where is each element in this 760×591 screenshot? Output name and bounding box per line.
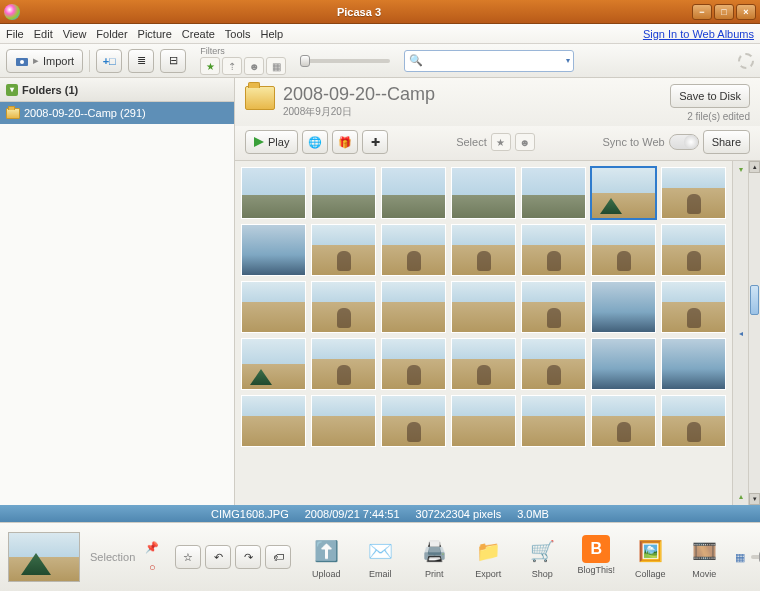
thumbnail[interactable] <box>311 224 376 276</box>
maximize-button[interactable]: □ <box>714 4 734 20</box>
search-input[interactable]: 🔍 ▾ <box>404 50 574 72</box>
menu-folder[interactable]: Folder <box>96 28 127 40</box>
app-icon <box>4 4 20 20</box>
movie-button[interactable]: 🎞️Movie <box>681 535 727 579</box>
scrollbar[interactable]: ▴ ▾ <box>748 161 760 505</box>
thumbnail[interactable] <box>521 281 586 333</box>
menu-edit[interactable]: Edit <box>34 28 53 40</box>
rotate-left-button[interactable]: ↶ <box>205 545 231 569</box>
menu-create[interactable]: Create <box>182 28 215 40</box>
status-dimensions: 3072x2304 pixels <box>416 508 502 520</box>
filter-face-icon[interactable]: ☻ <box>244 57 264 75</box>
thumbnail[interactable] <box>451 224 516 276</box>
thumbnail[interactable] <box>311 338 376 390</box>
thumbnail[interactable] <box>661 395 726 447</box>
flat-view-button[interactable]: ≣ <box>128 49 154 73</box>
share-button[interactable]: Share <box>703 130 750 154</box>
folders-header[interactable]: ▾ Folders (1) <box>0 78 234 102</box>
scroll-knob[interactable] <box>750 285 759 315</box>
thumbnail[interactable] <box>661 224 726 276</box>
thumbnail[interactable] <box>451 338 516 390</box>
thumbnail[interactable] <box>591 281 656 333</box>
add-folder-button[interactable]: +□ <box>96 49 122 73</box>
thumbnail[interactable] <box>241 338 306 390</box>
thumbnail[interactable] <box>381 281 446 333</box>
scroll-up-icon[interactable]: ▴ <box>749 161 760 173</box>
thumbnail[interactable] <box>451 395 516 447</box>
thumbnail[interactable] <box>521 338 586 390</box>
search-field[interactable] <box>423 55 569 67</box>
gift-button[interactable]: 🎁 <box>332 130 358 154</box>
status-filename: CIMG1608.JPG <box>211 508 289 520</box>
thumbnail[interactable] <box>591 224 656 276</box>
scroll-down-icon[interactable]: ▾ <box>749 493 760 505</box>
rotate-right-button[interactable]: ↷ <box>235 545 261 569</box>
tag-button[interactable]: ✚ <box>362 130 388 154</box>
close-button[interactable]: × <box>736 4 756 20</box>
thumbnail[interactable] <box>381 338 446 390</box>
filter-slider[interactable] <box>300 59 390 63</box>
thumbnail[interactable] <box>241 167 306 219</box>
geotag-button[interactable]: 🌐 <box>302 130 328 154</box>
collage-button[interactable]: 🖼️Collage <box>627 535 673 579</box>
selection-thumbnail[interactable] <box>8 532 80 582</box>
thumbnail-grid <box>235 161 732 505</box>
sync-toggle[interactable] <box>669 134 699 150</box>
import-button[interactable]: ▸ Import <box>6 49 83 73</box>
thumbnail[interactable] <box>591 395 656 447</box>
thumbnail[interactable] <box>241 281 306 333</box>
menu-file[interactable]: File <box>6 28 24 40</box>
save-to-disk-button[interactable]: Save to Disk <box>670 84 750 108</box>
zoom-slider[interactable] <box>751 555 760 559</box>
thumbnail[interactable] <box>241 395 306 447</box>
menu-view[interactable]: View <box>63 28 87 40</box>
thumbnail[interactable] <box>451 281 516 333</box>
thumbnail[interactable] <box>521 395 586 447</box>
filter-movie-icon[interactable]: ▦ <box>266 57 286 75</box>
chevron-down-icon[interactable]: ▾ <box>566 56 570 65</box>
thumbnail[interactable] <box>591 338 656 390</box>
tree-view-button[interactable]: ⊟ <box>160 49 186 73</box>
minimize-button[interactable]: − <box>692 4 712 20</box>
tag-folder-button[interactable]: 🏷 <box>265 545 291 569</box>
thumbnail[interactable] <box>311 281 376 333</box>
select-star-icon[interactable]: ★ <box>491 133 511 151</box>
upload-button[interactable]: ⬆️Upload <box>303 535 349 579</box>
star-button[interactable]: ☆ <box>175 545 201 569</box>
svg-point-1 <box>20 60 24 64</box>
thumbnail[interactable] <box>381 395 446 447</box>
thumbnail[interactable] <box>661 281 726 333</box>
hold-pin-icon[interactable]: 📌 <box>145 540 159 554</box>
blog-button[interactable]: BBlogThis! <box>573 535 619 579</box>
thumbnail[interactable] <box>661 338 726 390</box>
email-button[interactable]: ✉️Email <box>357 535 403 579</box>
export-button[interactable]: 📁Export <box>465 535 511 579</box>
collapse-icon[interactable]: ▾ <box>6 84 18 96</box>
filter-star-icon[interactable]: ★ <box>200 57 220 75</box>
sync-label: Sync to Web <box>602 136 664 148</box>
select-face-icon[interactable]: ☻ <box>515 133 535 151</box>
shop-button[interactable]: 🛒Shop <box>519 535 565 579</box>
thumbnail[interactable] <box>311 167 376 219</box>
thumbnail[interactable] <box>521 224 586 276</box>
thumbnail[interactable] <box>451 167 516 219</box>
thumbnail[interactable] <box>381 224 446 276</box>
menu-tools[interactable]: Tools <box>225 28 251 40</box>
thumbnail[interactable] <box>661 167 726 219</box>
signin-link[interactable]: Sign In to Web Albums <box>643 28 754 40</box>
clear-sel-icon[interactable]: ○ <box>145 560 159 574</box>
filter-upload-icon[interactable]: ⇡ <box>222 57 242 75</box>
sidebar-item-camp[interactable]: 2008-09-20--Camp (291) <box>0 102 234 124</box>
status-size: 3.0MB <box>517 508 549 520</box>
menu-picture[interactable]: Picture <box>138 28 172 40</box>
thumbnail[interactable] <box>521 167 586 219</box>
thumbnail[interactable] <box>381 167 446 219</box>
thumbnail-selected[interactable] <box>591 167 656 219</box>
marker-bar[interactable]: ▾ ◂ ▴ <box>732 161 748 505</box>
thumbnail[interactable] <box>241 224 306 276</box>
menu-help[interactable]: Help <box>261 28 284 40</box>
play-button[interactable]: Play <box>245 130 298 154</box>
print-button[interactable]: 🖨️Print <box>411 535 457 579</box>
thumbnail[interactable] <box>311 395 376 447</box>
filters-label: Filters <box>200 46 286 56</box>
